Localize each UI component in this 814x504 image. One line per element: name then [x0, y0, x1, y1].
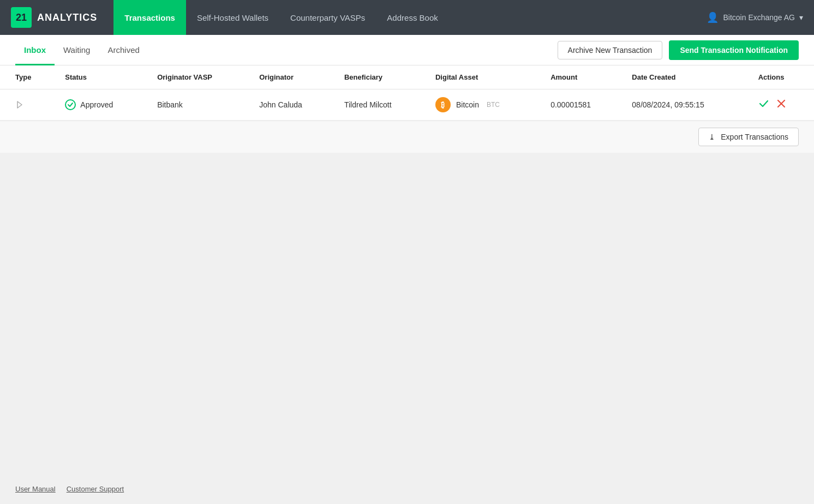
tabs: Inbox Waiting Archived — [15, 35, 558, 65]
user-icon: 👤 — [707, 11, 719, 23]
col-header-actions: Actions — [750, 65, 814, 89]
asset-ticker: BTC — [487, 101, 500, 109]
tab-waiting[interactable]: Waiting — [55, 35, 99, 65]
tab-inbox[interactable]: Inbox — [15, 35, 55, 65]
cell-type — [0, 89, 56, 121]
reject-action-button[interactable] — [776, 98, 787, 112]
tab-archived[interactable]: Archived — [99, 35, 148, 65]
nav-link-self-hosted-wallets[interactable]: Self-Hosted Wallets — [186, 0, 279, 35]
chevron-down-icon: ▾ — [799, 13, 803, 22]
transactions-table: Type Status Originator VASP Originator B… — [0, 65, 814, 121]
approved-status-icon — [65, 99, 76, 110]
col-header-digital-asset: Digital Asset — [427, 65, 542, 89]
col-header-originator-vasp: Originator VASP — [148, 65, 250, 89]
table-header: Type Status Originator VASP Originator B… — [0, 65, 814, 89]
footer: User Manual Customer Support — [0, 474, 814, 504]
cell-beneficiary: Tildred Milcott — [336, 89, 427, 121]
col-header-date-created: Date Created — [623, 65, 749, 89]
col-header-originator: Originator — [250, 65, 336, 89]
table-row: Approved Bitbank John Caluda Tildred Mil… — [0, 89, 814, 121]
bitcoin-icon: ₿ — [435, 97, 451, 112]
cell-digital-asset: ₿ Bitcoin BTC — [427, 89, 542, 121]
user-label: Bitcoin Exchange AG — [723, 13, 795, 22]
user-menu[interactable]: 👤 Bitcoin Exchange AG ▾ — [707, 11, 803, 23]
cell-originator: John Caluda — [250, 89, 336, 121]
export-label: Export Transactions — [721, 133, 788, 141]
nav-link-address-book[interactable]: Address Book — [376, 0, 448, 35]
export-transactions-button[interactable]: ⤓ Export Transactions — [698, 128, 799, 146]
outgoing-transaction-icon — [15, 100, 47, 109]
cell-amount: 0.00001581 — [542, 89, 623, 121]
sub-header-actions: Archive New Transaction Send Transaction… — [558, 40, 799, 60]
cell-status: Approved — [56, 89, 148, 121]
table-container: Type Status Originator VASP Originator B… — [0, 65, 814, 121]
export-row: ⤓ Export Transactions — [0, 121, 814, 153]
cell-actions — [750, 89, 814, 121]
logo-box: 21 — [11, 7, 32, 28]
footer-link-user-manual[interactable]: User Manual — [15, 485, 56, 493]
send-transaction-notification-button[interactable]: Send Transaction Notification — [669, 40, 799, 60]
cell-originator-vasp: Bitbank — [148, 89, 250, 121]
col-header-status: Status — [56, 65, 148, 89]
navbar: 21 ANALYTICS Transactions Self-Hosted Wa… — [0, 0, 814, 35]
main-content: Type Status Originator VASP Originator B… — [0, 65, 814, 474]
col-header-beneficiary: Beneficiary — [336, 65, 427, 89]
logo-text: ANALYTICS — [37, 12, 97, 23]
nav-link-counterparty-vasps[interactable]: Counterparty VASPs — [279, 0, 376, 35]
footer-link-customer-support[interactable]: Customer Support — [67, 485, 124, 493]
col-header-amount: Amount — [542, 65, 623, 89]
cell-date-created: 08/08/2024, 09:55:15 — [623, 89, 749, 121]
svg-marker-0 — [17, 101, 22, 108]
col-header-type: Type — [0, 65, 56, 89]
logo-area: 21 ANALYTICS — [11, 7, 97, 28]
status-label: Approved — [80, 100, 113, 109]
table-body: Approved Bitbank John Caluda Tildred Mil… — [0, 89, 814, 121]
nav-link-transactions[interactable]: Transactions — [113, 0, 186, 35]
nav-links: Transactions Self-Hosted Wallets Counter… — [113, 0, 707, 35]
sub-header: Inbox Waiting Archived Archive New Trans… — [0, 35, 814, 65]
export-icon: ⤓ — [709, 133, 715, 141]
archive-new-transaction-button[interactable]: Archive New Transaction — [558, 41, 663, 59]
asset-name: Bitcoin — [456, 100, 479, 109]
approve-action-button[interactable] — [758, 98, 769, 112]
